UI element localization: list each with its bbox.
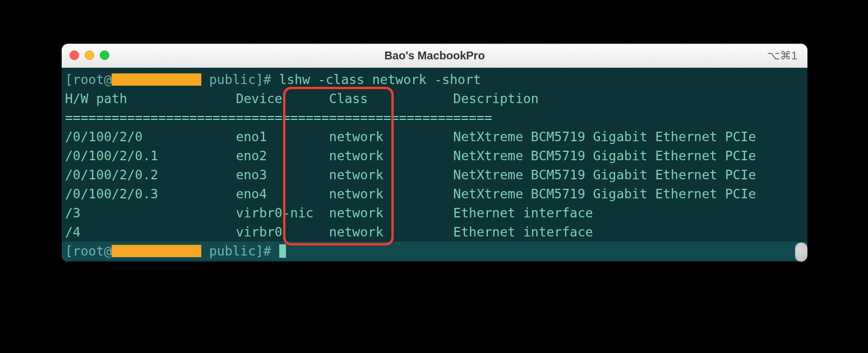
- window-shortcut: ⌥⌘1: [767, 49, 797, 62]
- terminal-body[interactable]: [root@ public]# lshw -class network -sho…: [62, 68, 807, 262]
- minimize-icon[interactable]: [85, 50, 94, 60]
- terminal-window: Bao's MacbookPro ⌥⌘1 [root@ public]# lsh…: [62, 44, 807, 262]
- window-title: Bao's MacbookPro: [62, 49, 807, 62]
- titlebar[interactable]: Bao's MacbookPro ⌥⌘1: [62, 44, 807, 68]
- table-row: /0/100/2/0.3 eno4 network NetXtreme BCM5…: [65, 184, 804, 203]
- window-controls: [70, 50, 109, 60]
- zoom-icon[interactable]: [100, 50, 109, 60]
- prompt-line: [root@ public]# lshw -class network -sho…: [65, 70, 804, 89]
- table-row: /0/100/2/0 eno1 network NetXtreme BCM571…: [65, 127, 804, 146]
- table-row: /0/100/2/0.1 eno2 network NetXtreme BCM5…: [65, 146, 804, 165]
- hostname-redacted: [112, 245, 201, 257]
- table-header: H/W path Device Class Description: [65, 89, 804, 108]
- hostname-redacted: [112, 73, 201, 86]
- command-text: lshw -class network -short: [279, 72, 481, 87]
- scrollbar-thumb[interactable]: [795, 243, 807, 262]
- table-row: /0/100/2/0.2 eno3 network NetXtreme BCM5…: [65, 165, 804, 184]
- table-row: /3 virbr0-nic network Ethernet interface: [65, 203, 804, 222]
- close-icon[interactable]: [70, 50, 79, 60]
- cursor: [279, 244, 286, 258]
- table-row: /4 virbr0 network Ethernet interface: [65, 222, 804, 241]
- table-separator: ========================================…: [65, 108, 804, 127]
- prompt-line: [root@ public]#: [62, 241, 807, 261]
